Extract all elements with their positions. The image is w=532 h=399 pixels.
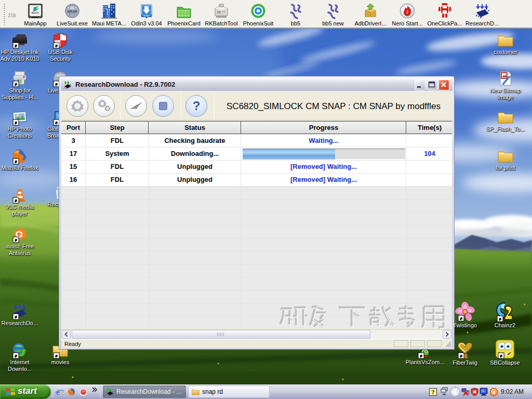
svg-text:Actions: Actions (32, 11, 39, 14)
svg-text:ult.va: ult.va (68, 9, 77, 13)
svg-text:?: ? (432, 389, 435, 396)
